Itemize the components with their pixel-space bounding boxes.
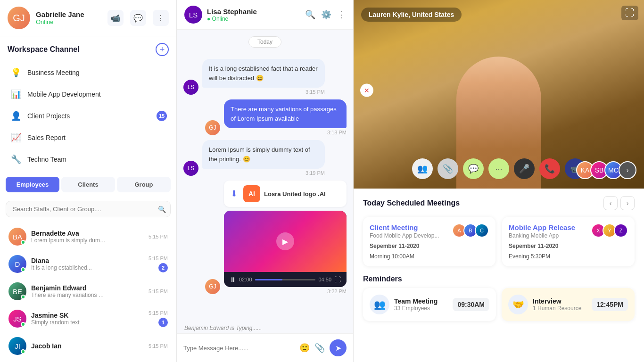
message-avatar: LS: [183, 80, 198, 95]
search-input[interactable]: [6, 201, 171, 217]
emoji-icon[interactable]: 🙂: [299, 343, 310, 353]
reminder-name: Team Meeting: [394, 297, 448, 305]
contact-avatar: JI: [8, 337, 26, 355]
contact-time: 5:15 PM: [149, 288, 168, 294]
prev-meeting-btn[interactable]: ‹: [603, 196, 618, 210]
add-channel-btn[interactable]: +: [156, 43, 169, 56]
contact-jacob[interactable]: JI Jacob Ian 5:15 PM: [4, 332, 173, 360]
meeting-name: Client Meeting: [370, 223, 452, 231]
channel-name: Business Meeting: [27, 69, 167, 76]
meeting-sub: Banking Mobile App: [509, 232, 591, 239]
reminder-icon: 👥: [370, 295, 389, 314]
tab-buttons: Employees Clients Group: [6, 177, 171, 192]
video-progress-bar[interactable]: [255, 279, 316, 280]
message-content: Lorem Ipsum is simply dummy text of the …: [202, 140, 325, 176]
meeting-avatar: C: [475, 223, 489, 238]
status-dot: [21, 240, 25, 245]
tab-clients[interactable]: Clients: [61, 177, 115, 192]
chat-more-icon[interactable]: ⋮: [337, 9, 346, 20]
chat-input-area: 🙂 📎 ➤: [177, 333, 353, 362]
channel-item-mobile[interactable]: 📊 Mobile App Development: [5, 83, 172, 105]
typing-indicator: Benjamin Edward is Typing......: [177, 323, 353, 333]
chat-user-info: Lisa Stephanie ● Online: [207, 8, 305, 22]
meeting-info: Client Meeting Food Mobile App Develop..…: [370, 223, 452, 239]
file-type-icon: AI: [243, 185, 260, 202]
next-meeting-btn[interactable]: ›: [620, 196, 635, 210]
channel-name: Mobile App Development: [27, 90, 167, 98]
search-chat-icon[interactable]: 🔍: [305, 9, 315, 20]
video-play-btn[interactable]: ▶: [276, 232, 294, 250]
video-call-btn[interactable]: 📹: [107, 10, 124, 26]
unread-badge: 2: [158, 263, 168, 272]
reminders-grid: 👥 Team Meeting 33 Employees 09:30AM 🤝 In…: [363, 288, 635, 321]
meeting-time: Evening 5:30PM: [509, 253, 628, 260]
settings-icon[interactable]: ⚙️: [321, 9, 331, 20]
channel-list: 💡 Business Meeting 📊 Mobile App Developm…: [0, 60, 176, 172]
contact-time: 5:15 PM: [149, 255, 168, 261]
more-avatars-btn[interactable]: ›: [619, 161, 636, 179]
call-end-btn[interactable]: 📞: [539, 158, 560, 179]
channel-item-business[interactable]: 💡 Business Meeting: [5, 62, 172, 83]
message-input[interactable]: [183, 345, 295, 352]
tab-employees[interactable]: Employees: [6, 177, 59, 192]
channel-name: Sales Report: [27, 134, 167, 141]
channel-item-client[interactable]: 👤 Client Projects 15: [5, 105, 172, 127]
channel-icon: 🔧: [9, 153, 23, 166]
header-icons: 📹 💬 ⋮: [107, 10, 169, 26]
channel-icon: 📈: [9, 131, 23, 144]
video-pause-btn[interactable]: ⏸: [230, 276, 236, 283]
contacts-list: BA Bernadette Ava Lorem Ipsum is simply …: [0, 221, 176, 362]
reminder-time: 09:30AM: [453, 298, 489, 311]
call-more-btn[interactable]: 💬: [463, 158, 484, 179]
chat-area: LS Lisa Stephanie ● Online 🔍 ⚙️ ⋮ Today …: [177, 0, 354, 362]
video-expand-icon[interactable]: ⛶: [334, 276, 341, 283]
download-icon[interactable]: ⬇: [231, 189, 238, 199]
reminder-name: Interview: [533, 297, 587, 305]
contact-bernadette[interactable]: BA Bernadette Ava Lorem Ipsum is simply …: [4, 223, 173, 250]
video-caller-label: Lauren Kylie, United States: [361, 8, 462, 22]
tab-group[interactable]: Group: [117, 177, 171, 192]
call-emoji-btn[interactable]: ···: [488, 158, 509, 179]
call-mute-btn[interactable]: 🎤: [514, 158, 535, 179]
message-bubble: Lorem Ipsum is simply dummy text of the …: [202, 140, 325, 169]
meeting-top: Mobile App Release Banking Mobile App X …: [509, 223, 628, 239]
nav-arrows: ‹ ›: [603, 196, 635, 210]
channel-item-techno[interactable]: 🔧 Techno Team: [5, 148, 172, 170]
file-message: ⬇ AI Losra United logo .AI: [224, 181, 347, 207]
message-row: LS Lorem Ipsum is simply dummy text of t…: [183, 140, 347, 176]
meetings-header: Today Scheduled Meetings ‹ ›: [363, 196, 635, 210]
contact-avatar: D: [8, 255, 26, 273]
call-avatars: KA SB MC ›: [576, 161, 636, 179]
contact-name: Bernadette Ava: [31, 230, 149, 237]
chat-messages: LS It is a long established fact that a …: [177, 54, 353, 323]
meeting-top: Client Meeting Food Mobile App Develop..…: [370, 223, 489, 239]
date-divider: Today: [177, 36, 353, 48]
status-dot: [21, 295, 25, 299]
reminder-info: Interview 1 Human Resource: [533, 297, 587, 312]
send-button[interactable]: ➤: [330, 339, 347, 356]
meetings-section: Today Scheduled Meetings ‹ › Client Meet…: [354, 189, 644, 362]
meeting-avatar: Z: [614, 223, 628, 238]
meetings-grid: Client Meeting Food Mobile App Develop..…: [363, 217, 635, 266]
call-chat-btn[interactable]: 👥: [412, 158, 433, 179]
video-close-btn[interactable]: ✕: [360, 84, 373, 97]
reminder-team-meeting: 👥 Team Meeting 33 Employees 09:30AM: [363, 288, 496, 321]
contact-time: 5:15 PM: [149, 343, 168, 349]
more-options-btn[interactable]: ⋮: [153, 10, 169, 26]
contact-jasmine[interactable]: JS Jasmine SK Simply random text 5:15 PM…: [4, 305, 173, 332]
call-attach-btn[interactable]: 📎: [438, 158, 458, 179]
channel-item-sales[interactable]: 📈 Sales Report: [5, 127, 172, 148]
user-avatar: GJ: [8, 7, 30, 29]
status-dot: [21, 322, 25, 327]
contact-benjamin[interactable]: BE Benjamin Edward There are many variat…: [4, 278, 173, 305]
contact-info: Benjamin Edward There are many variation…: [31, 284, 149, 298]
attachment-icon[interactable]: 📎: [314, 343, 325, 353]
contact-diana[interactable]: D Diana It is a long established... 5:15…: [4, 250, 173, 278]
message-avatar: GJ: [205, 120, 220, 135]
video-expand-btn[interactable]: ⛶: [621, 6, 638, 20]
message-row: LS It is a long established fact that a …: [183, 59, 347, 95]
contact-meta: 5:15 PM: [149, 234, 168, 239]
message-btn[interactable]: 💬: [130, 10, 146, 26]
message-row: There are many variations of passages of…: [183, 99, 347, 135]
reminder-sub: 1 Human Resource: [533, 305, 587, 312]
